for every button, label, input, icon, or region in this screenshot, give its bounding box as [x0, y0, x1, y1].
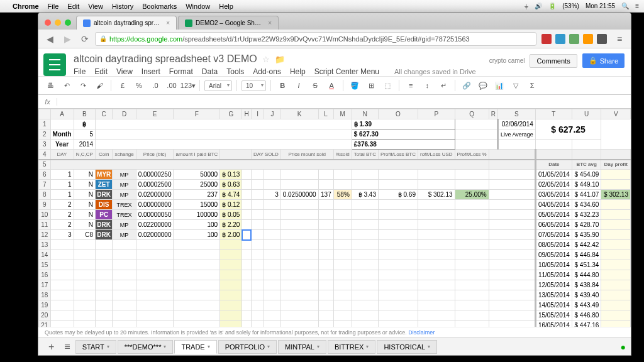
row-header[interactable]: 20 [39, 310, 51, 321]
row-header[interactable]: 21 [39, 321, 51, 327]
empty-row[interactable]: 2116/05/2014$ 447.16 [39, 321, 631, 327]
valign-icon[interactable]: ↕ [420, 79, 434, 92]
strike-icon[interactable]: S [308, 79, 322, 92]
halign-icon[interactable]: ≡ [404, 79, 418, 92]
close-tab-icon[interactable]: × [166, 19, 170, 26]
wrap-icon[interactable]: ↵ [436, 79, 450, 92]
forward-button[interactable]: ▶ [60, 32, 75, 46]
browser-tab[interactable]: DEMO2 – Google Sheets × [178, 16, 279, 30]
functions-icon[interactable]: Σ [525, 79, 539, 92]
row-header[interactable]: 10 [39, 210, 51, 220]
data-row[interactable]: 81NDRKMP0.02000000237฿ 4.7430.0250000013… [39, 190, 631, 200]
empty-row[interactable]: 1813/05/2014$ 439.40 [39, 290, 631, 300]
print-icon[interactable]: 🖶 [43, 79, 57, 92]
empty-row[interactable]: 1409/05/2014$ 446.84 [39, 250, 631, 260]
mac-menu-bookmarks[interactable]: Bookmarks [142, 3, 177, 10]
col-header[interactable]: A [50, 109, 74, 119]
ext-icon[interactable] [569, 34, 579, 44]
col-header[interactable]: O [378, 109, 418, 119]
empty-row[interactable]: 1510/05/2014$ 451.34 [39, 260, 631, 270]
row-header[interactable]: 14 [39, 250, 51, 260]
data-row[interactable]: 71NZETMP0.0000250025000฿ 0.6302/05/2014$… [39, 180, 631, 190]
col-header[interactable]: R [489, 109, 497, 119]
row-header[interactable]: 17 [39, 280, 51, 290]
col-header[interactable]: V [601, 109, 631, 119]
zoom-window-button[interactable] [65, 19, 71, 26]
col-header[interactable]: B [74, 109, 96, 119]
row-header[interactable]: 12 [39, 230, 51, 240]
sheet-tab-menu-icon[interactable]: ▾ [317, 344, 319, 349]
mac-menu-view[interactable]: View [88, 3, 103, 10]
row-header[interactable]: 19 [39, 300, 51, 310]
sheet-tab-menu-icon[interactable]: ▾ [208, 344, 210, 349]
col-header[interactable]: U [572, 109, 601, 119]
document-title[interactable]: altcoin daytrading spreadsheet v3 DEMO [74, 53, 257, 65]
mac-menu-history[interactable]: History [112, 3, 133, 10]
ext-icon[interactable] [555, 34, 565, 44]
empty-row[interactable]: 1712/05/2014$ 438.84 [39, 280, 631, 290]
minimize-window-button[interactable] [55, 19, 61, 26]
row-header[interactable]: 4 [39, 150, 51, 160]
menu-edit[interactable]: Edit [94, 67, 108, 76]
data-row[interactable]: 102NPCTREX0.00000050100000฿ 0.0505/05/20… [39, 210, 631, 220]
ext-icon[interactable] [583, 34, 593, 44]
comments-button[interactable]: Comments [530, 54, 577, 68]
row-header[interactable]: 1 [39, 119, 51, 129]
row-header[interactable]: 9 [39, 200, 51, 210]
dec-decimal-icon[interactable]: .0 [148, 79, 162, 92]
col-header[interactable]: T [535, 109, 572, 119]
star-icon[interactable]: ☆ [262, 55, 270, 64]
sheet-tab[interactable]: HISTORICAL▾ [377, 340, 437, 354]
close-window-button[interactable] [45, 19, 51, 26]
currency-icon[interactable]: £ [116, 79, 130, 92]
address-bar[interactable]: 🔒 https:// docs.google.com /spreadsheets… [95, 32, 536, 46]
col-header[interactable]: P [418, 109, 455, 119]
mac-menu-file[interactable]: File [48, 3, 59, 10]
ext-icon[interactable] [541, 34, 552, 44]
spreadsheet-grid[interactable]: ABCDEFGHIJKLMNOPQRSTUV1฿฿ 1.3902/06/2014… [38, 109, 631, 327]
menu-addons[interactable]: Add-ons [253, 67, 281, 76]
menu-view[interactable]: View [116, 67, 133, 76]
mac-menu-window[interactable]: Window [186, 3, 210, 10]
volume-icon[interactable]: 🔊 [535, 3, 542, 9]
more-formats-icon[interactable]: 123▾ [181, 79, 195, 92]
close-tab-icon[interactable]: × [268, 19, 272, 26]
empty-row[interactable]: 1308/05/2014$ 442.42 [39, 240, 631, 250]
back-button[interactable]: ◀ [42, 32, 57, 46]
sheet-tab[interactable]: MINTPAL▾ [278, 340, 326, 354]
chart-icon[interactable]: 📊 [492, 79, 506, 92]
wifi-icon[interactable]: ⏚ [525, 3, 528, 9]
bold-icon[interactable]: B [275, 79, 289, 92]
row-header[interactable]: 3 [39, 140, 51, 150]
menu-format[interactable]: Format [169, 67, 193, 76]
text-color-icon[interactable]: A [325, 79, 338, 92]
col-header[interactable]: Q [455, 109, 489, 119]
browser-tab-active[interactable]: altcoin daytrading spread… × [76, 16, 177, 30]
col-header[interactable]: I [251, 109, 264, 119]
add-sheet-button[interactable]: + [43, 341, 59, 353]
mac-menu-help[interactable]: Help [219, 3, 233, 10]
sheet-tab[interactable]: TRADE▾ [174, 340, 216, 354]
spotlight-icon[interactable]: 🔍 [621, 3, 629, 9]
row-header[interactable]: 8 [39, 190, 51, 200]
row-header[interactable]: 7 [39, 180, 51, 190]
col-header[interactable]: H [242, 109, 252, 119]
row-header[interactable]: 2 [39, 129, 51, 140]
sheet-tab[interactable]: PORTFOLIO▾ [218, 340, 277, 354]
paint-format-icon[interactable]: 🖌 [92, 79, 106, 92]
comment-icon[interactable]: 💬 [476, 79, 490, 92]
col-header[interactable]: F [174, 109, 220, 119]
sheet-tab-menu-icon[interactable]: ▾ [428, 344, 430, 349]
all-sheets-icon[interactable]: ≡ [60, 341, 74, 353]
percent-icon[interactable]: % [132, 79, 146, 92]
col-header[interactable]: N [352, 109, 378, 119]
data-row[interactable]: 123C8DRKMP0.02000000100฿ 2.0007/05/2014$… [39, 230, 631, 240]
font-size-select[interactable]: 10 [242, 80, 266, 91]
sheet-tab[interactable]: BITTREX▾ [328, 340, 375, 354]
data-row[interactable]: 61NMYRMP0.0000025050000฿ 0.1301/05/2014$… [39, 170, 631, 180]
fill-color-icon[interactable]: 🪣 [348, 79, 362, 92]
col-header[interactable]: G [220, 109, 242, 119]
filter-icon[interactable]: ▽ [509, 79, 523, 92]
sheet-tab-menu-icon[interactable]: ▾ [267, 344, 270, 349]
row-header[interactable]: 16 [39, 270, 51, 280]
